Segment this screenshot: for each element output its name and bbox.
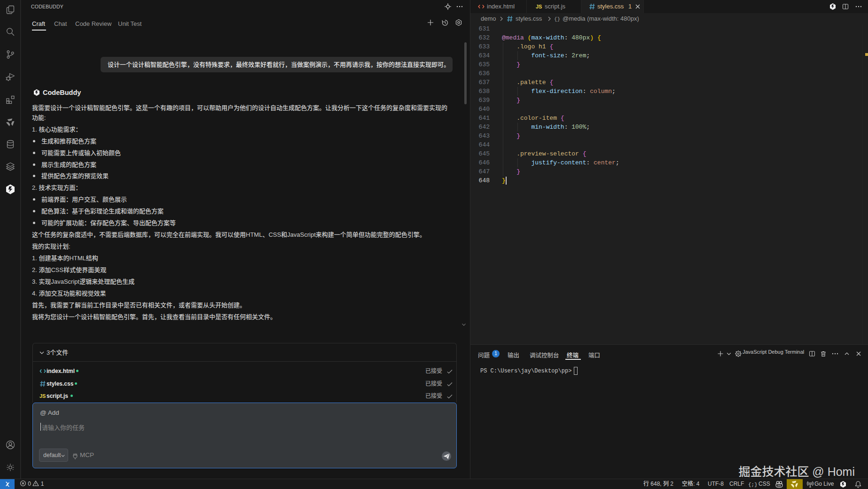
svg-text:JS: JS xyxy=(39,393,46,399)
svg-text:{}: {} xyxy=(554,16,560,22)
svg-text:JS: JS xyxy=(536,4,542,9)
svg-text:{;}: {;} xyxy=(748,482,757,488)
